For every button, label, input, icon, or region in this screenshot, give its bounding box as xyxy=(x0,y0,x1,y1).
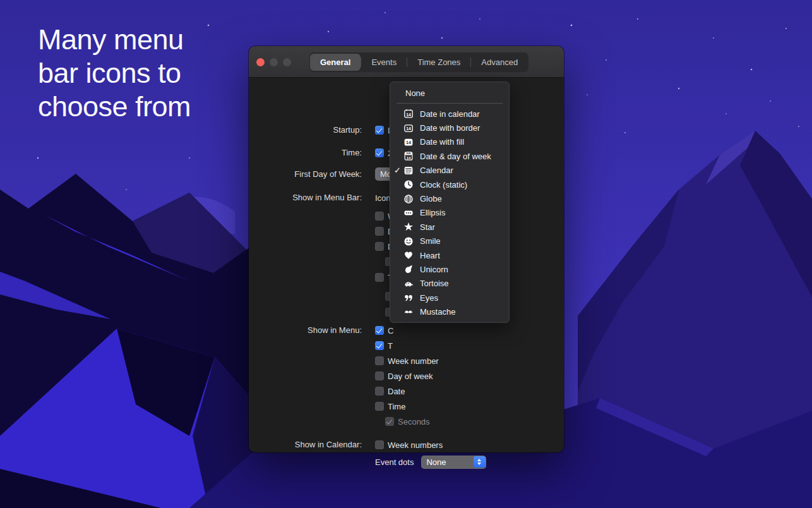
menu-item-clock[interactable]: Clock (static) xyxy=(390,178,509,191)
tab-advanced[interactable]: Advanced xyxy=(471,54,528,71)
star-icon xyxy=(403,222,414,232)
ellipsis-icon xyxy=(403,208,414,218)
day-of-week-label: Day of week xyxy=(388,372,433,381)
date-with-fill-icon: 14 xyxy=(403,137,414,147)
hidden-checkbox[interactable] xyxy=(375,242,384,251)
menu-item-calendar[interactable]: ✓ Calendar xyxy=(390,164,509,178)
menu-item-label: Star xyxy=(420,222,435,232)
week-number-row: Week number xyxy=(375,356,439,366)
menu-item-eyes[interactable]: Eyes xyxy=(390,291,509,305)
event-dots-value: None xyxy=(421,457,474,467)
event-dots-row: Event dots None xyxy=(375,455,486,469)
menu-item-globe[interactable]: Globe xyxy=(390,191,509,205)
menu-item-label: Mustache xyxy=(420,307,455,317)
checkmark-icon: ✓ xyxy=(394,166,401,175)
zoom-button[interactable] xyxy=(283,58,291,66)
clock-icon xyxy=(403,179,414,190)
hidden-checkbox[interactable] xyxy=(375,273,384,282)
mustache-icon xyxy=(403,307,414,317)
svg-text:14: 14 xyxy=(407,156,411,160)
day-of-week-checkbox[interactable] xyxy=(375,372,384,380)
day-of-week-row: Day of week xyxy=(375,371,433,381)
date-label: Date xyxy=(388,387,405,396)
date-checkbox[interactable] xyxy=(375,387,384,396)
preferences-tab-bar: General Events Time Zones Advanced xyxy=(309,52,528,72)
time-label2: Time xyxy=(388,402,405,411)
menu-item-star[interactable]: Star xyxy=(390,220,509,234)
svg-text:14: 14 xyxy=(406,140,411,145)
week-numbers-checkbox[interactable] xyxy=(375,440,384,449)
menu-item-label: Date & day of week xyxy=(420,152,491,161)
menu-item-label: Date in calendar xyxy=(420,109,480,119)
desktop: Many menu bar icons to choose from Gener… xyxy=(0,0,812,508)
menu-item-label: Clock (static) xyxy=(420,180,467,190)
time-row2: Time xyxy=(375,401,405,411)
menu-item-smile[interactable]: Smile xyxy=(390,234,509,248)
menu-item-unicorn[interactable]: Unicorn xyxy=(390,262,509,276)
tab-time-zones[interactable]: Time Zones xyxy=(407,54,470,71)
menu-item-tortoise[interactable]: Tortoise xyxy=(390,277,509,291)
icon-dropdown-menu: None 14 Date in calendar 14 Date with bo… xyxy=(390,82,510,323)
startup-checkbox[interactable] xyxy=(375,126,384,135)
menu-item-label: Heart xyxy=(420,251,440,260)
event-dots-label: Event dots xyxy=(375,457,414,467)
svg-text:SUN: SUN xyxy=(406,153,411,155)
menu-item-date-day-of-week[interactable]: SUN14 Date & day of week xyxy=(390,149,509,163)
date-with-border-icon: 14 xyxy=(403,123,414,133)
popup-stepper-icon xyxy=(474,456,486,468)
menu-item-label: Calendar xyxy=(420,166,453,175)
time-checkbox[interactable] xyxy=(375,148,384,157)
menu-item-date-in-calendar[interactable]: 14 Date in calendar xyxy=(390,107,509,121)
menu-item-label: Date with fill xyxy=(420,137,464,147)
menu-item-label: Eyes xyxy=(420,293,438,303)
minimize-button[interactable] xyxy=(270,58,278,66)
hidden-checkbox[interactable] xyxy=(375,212,384,221)
menu-item-ellipsis[interactable]: Ellipsis xyxy=(390,206,509,220)
show-in-menu-row: C xyxy=(375,325,393,336)
date-day-of-week-icon: SUN14 xyxy=(403,151,414,161)
show-in-menu-label: Show in Menu: xyxy=(249,325,362,335)
menu-item-heart[interactable]: Heart xyxy=(390,248,509,262)
menu-bar-label: Show in Menu Bar: xyxy=(249,193,362,202)
menu-item-label: Ellipsis xyxy=(420,208,445,217)
icon-label: Icon xyxy=(375,193,391,203)
menu-item-label: Globe xyxy=(420,194,442,203)
time-label: Time: xyxy=(249,148,362,157)
week-number-label: Week number xyxy=(388,356,439,366)
startup-label: Startup: xyxy=(249,125,362,135)
menu-item-label: Date with border xyxy=(420,123,480,133)
menu-item-label: Tortoise xyxy=(420,279,449,288)
week-numbers-label: Week numbers xyxy=(388,440,443,450)
hero-headline: Many menu bar icons to choose from xyxy=(38,23,191,123)
preferences-window: General Events Time Zones Advanced Start… xyxy=(249,46,564,452)
menu-item-checkbox[interactable] xyxy=(375,326,384,335)
calendar-icon xyxy=(403,166,414,176)
menu-item-date-with-fill[interactable]: 14 Date with fill xyxy=(390,135,509,149)
eyes-icon xyxy=(403,293,414,303)
seconds-row: Seconds xyxy=(385,416,430,426)
week-numbers-row: Week numbers xyxy=(375,440,443,450)
week-number-checkbox[interactable] xyxy=(375,356,384,365)
menu-item-checkbox[interactable] xyxy=(375,341,384,350)
titlebar[interactable]: General Events Time Zones Advanced xyxy=(249,46,564,78)
seconds-checkbox[interactable] xyxy=(385,417,394,426)
heart-icon xyxy=(403,250,414,260)
label-fragment: C xyxy=(388,326,393,336)
menu-item-mustache[interactable]: Mustache xyxy=(390,305,509,318)
menu-item-none[interactable]: None xyxy=(390,85,509,101)
time-checkbox2[interactable] xyxy=(375,402,384,411)
menu-item-date-with-border[interactable]: 14 Date with border xyxy=(390,121,509,135)
menu-item-label: Unicorn xyxy=(420,265,448,274)
date-row: Date xyxy=(375,386,405,396)
show-in-menu-row: T xyxy=(375,341,393,351)
tab-general[interactable]: General xyxy=(310,54,361,71)
event-dots-popup[interactable]: None xyxy=(421,456,486,469)
close-button[interactable] xyxy=(256,58,265,66)
smile-icon xyxy=(403,236,414,246)
show-in-calendar-label: Show in Calendar: xyxy=(249,440,362,449)
globe-icon xyxy=(403,194,414,204)
tab-events[interactable]: Events xyxy=(361,54,407,71)
unicorn-icon xyxy=(403,264,414,274)
hidden-checkbox[interactable] xyxy=(375,227,384,236)
tortoise-icon xyxy=(403,279,414,289)
